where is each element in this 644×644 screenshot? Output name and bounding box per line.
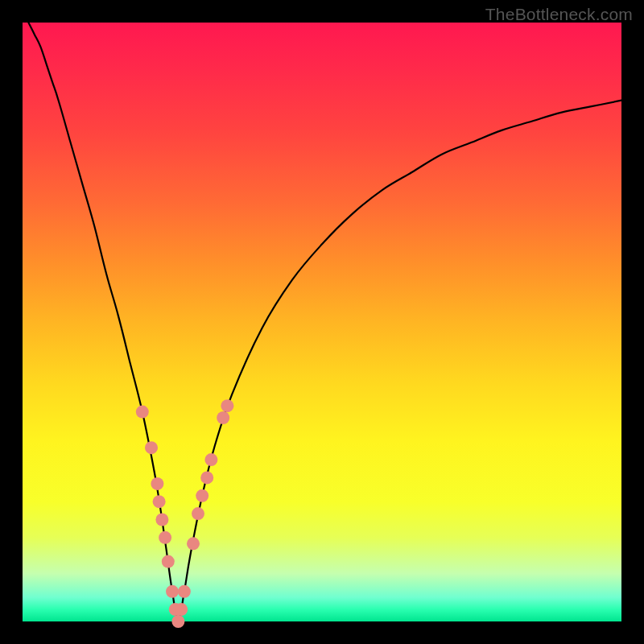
highlight-point <box>171 615 184 628</box>
highlight-point <box>192 507 204 520</box>
highlight-point <box>155 514 168 526</box>
highlight-point <box>196 489 208 502</box>
watermark-text: TheBottleneck.com <box>485 5 633 24</box>
bottleneck-curve <box>28 23 621 621</box>
highlight-point <box>145 441 158 454</box>
highlight-point <box>166 585 179 598</box>
highlight-point <box>136 406 149 419</box>
highlight-point <box>187 537 200 550</box>
highlight-point <box>153 495 166 508</box>
plot-area <box>23 23 621 621</box>
highlight-point <box>178 585 191 598</box>
highlight-point <box>200 471 213 484</box>
chart-frame: TheBottleneck.com <box>0 0 644 644</box>
highlight-point <box>151 477 163 490</box>
curve-layer <box>23 23 621 621</box>
highlight-point <box>204 453 217 466</box>
highlight-point <box>175 603 188 616</box>
highlight-point <box>221 399 233 412</box>
highlight-point <box>217 411 229 424</box>
highlight-point <box>162 555 175 568</box>
highlight-point <box>159 531 171 544</box>
